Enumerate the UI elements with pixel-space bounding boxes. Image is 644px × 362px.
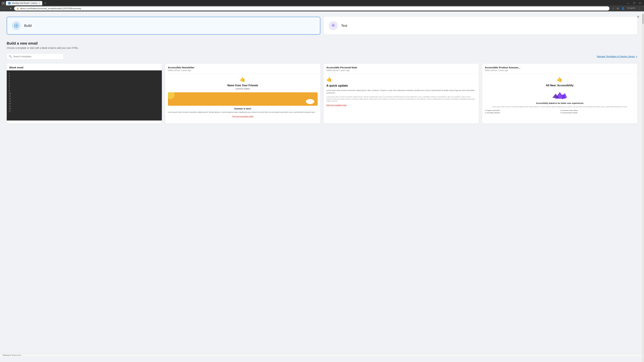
line-17: 17 (9, 110, 160, 112)
line-6: 6 (9, 85, 160, 87)
section-subtitle: Choose a template or start with a blank … (7, 46, 637, 49)
sun-shape (168, 92, 174, 99)
tab-switcher-button[interactable]: ▾ (1, 1, 5, 5)
right-scrollbar[interactable] (642, 13, 644, 362)
url-text: litmus.com/folders/unsorted_emails/email… (20, 7, 607, 10)
back-button[interactable]: ‹ (2, 6, 5, 10)
build-label: Build (24, 24, 32, 28)
bookmark-button[interactable]: ☆ (611, 6, 615, 10)
feature-4: ☑ Screensreader friendly! (560, 112, 635, 114)
test-label: Test (341, 24, 347, 28)
forward-button[interactable]: › (5, 6, 8, 10)
svg-point-8 (332, 24, 334, 25)
product-announce-preview-title: All New: Accessibility (485, 84, 634, 87)
personal-note-emoji: 🤙 (326, 77, 476, 82)
personal-note-link: Build more readable emails (326, 104, 476, 106)
line-9: 9 (9, 90, 160, 92)
scrollbar-thumb[interactable] (642, 14, 644, 24)
line-5: 5 (9, 82, 160, 85)
search-icon: 🔍 (9, 55, 12, 58)
product-announce-subtext: Accessibility baked-in for better user e… (485, 102, 634, 104)
section-title: Build a new email (7, 41, 637, 45)
features-list: ☑ Happier subscribers ☑ Semantic email m… (485, 110, 634, 114)
profile-button[interactable]: 👤 (620, 6, 626, 10)
modal-close-button[interactable]: × (637, 14, 639, 19)
template-card-blank[interactable]: Blank email 1 2 3 4 5 6 7 9 10 11 12 13 … (7, 64, 162, 123)
extensions-button[interactable]: ⊞ (616, 6, 620, 10)
incognito-label: Incognito (626, 6, 636, 10)
newsletter-preview-body: Lorem ipsum dolor sit amet consectetur a… (168, 111, 318, 113)
template-title-blank: Blank email (10, 66, 159, 69)
template-card-header-blank: Blank email (7, 64, 162, 70)
purple-shapes-svg (552, 89, 568, 100)
new-tab-button[interactable]: + (43, 1, 48, 5)
minimize-button[interactable]: — (626, 1, 631, 5)
search-input[interactable] (7, 53, 64, 60)
line-13: 13 (9, 100, 160, 102)
line-7: 7 (9, 87, 160, 90)
tab-close-icon[interactable]: × (38, 2, 40, 4)
product-announce-small: Lorem ipsum dolor sit amet consectetur a… (485, 106, 634, 108)
main-content: × Build (0, 11, 644, 353)
cloud-shape (306, 99, 314, 104)
template-card-product-announce[interactable]: Accessible Product Announ... Edited almo… (482, 64, 637, 123)
test-icon (331, 23, 336, 28)
newsletter-preview-subtitle: Summer Edition (168, 88, 318, 90)
build-card-icon (12, 21, 21, 30)
template-title-personal-note: Accessible Personal Note (326, 66, 476, 69)
personal-note-body: Lorem ipsum dolor sit amet consectetur a… (326, 89, 476, 94)
product-announce-emoji: 🤙 (485, 77, 634, 82)
line-12: 12 (9, 97, 160, 100)
template-subtitle-product-announce: Edited almost 2 years ago (485, 69, 634, 71)
line-3: 3 (9, 77, 160, 80)
personal-note-heading: A quick update (326, 84, 476, 87)
secure-icon: 🔒 (16, 7, 19, 9)
personal-note-body2: Lorem ipsum dolor sit amet consectetur a… (326, 96, 476, 102)
line-1: 1 (9, 72, 160, 75)
feature-2: ☑ Semantic email markup (560, 110, 635, 111)
manage-templates-link[interactable]: Manage Templates in Design Library ↗ (597, 55, 637, 58)
tab-favicon (8, 2, 10, 4)
maximize-button[interactable]: ❐ (632, 1, 637, 5)
newsletter-emoji: 🤙 (168, 77, 318, 82)
address-bar[interactable]: 🔒 litmus.com/folders/unsorted_emails/ema… (14, 6, 610, 10)
templates-grid: Blank email 1 2 3 4 5 6 7 9 10 11 12 13 … (7, 64, 637, 123)
external-link-icon: ↗ (636, 55, 637, 58)
template-card-header-personal-note: Accessible Personal Note Edited almost 2… (324, 64, 479, 73)
template-subtitle-personal-note: Edited almost 2 years ago (326, 69, 476, 71)
menu-button[interactable]: ⋮ (637, 6, 642, 10)
line-11: 11 (9, 95, 160, 97)
newsletter-more-link: Find more accessible emails (168, 115, 318, 117)
newsletter-preview: 🤙 News from Your Friends Summer Edition … (165, 73, 320, 123)
mode-cards: Build Test (7, 17, 637, 34)
line-10: 10 (9, 92, 160, 95)
reload-button[interactable]: ✕ (8, 6, 13, 10)
test-mode-card[interactable]: Test (324, 17, 637, 34)
newsletter-preview-title: News from Your Friends (168, 84, 318, 87)
line-14: 14 (9, 103, 160, 105)
test-card-icon (329, 21, 338, 30)
build-mode-card[interactable]: Build (7, 17, 320, 34)
status-bar: Waiting for litmus.com... (0, 353, 644, 357)
newsletter-image (168, 92, 318, 106)
line-16: 16 (9, 108, 160, 110)
line-4: 4 (9, 80, 160, 82)
tab-title: Moodjoy test Email > Litmus (12, 2, 37, 4)
newsletter-preview-heading: Summer is here! (168, 107, 318, 110)
search-wrap: 🔍 (7, 53, 64, 60)
template-card-header-newsletter: Accessible Newsletter Edited almost 2 ye… (165, 64, 320, 73)
blank-email-preview: 1 2 3 4 5 6 7 9 10 11 12 13 14 15 16 17 (7, 70, 162, 120)
template-card-newsletter[interactable]: Accessible Newsletter Edited almost 2 ye… (165, 64, 320, 123)
line-numbers: 1 2 3 4 5 6 7 9 10 11 12 13 14 15 16 17 (9, 72, 160, 112)
close-window-button[interactable]: ✕ (637, 1, 643, 5)
template-title-product-announce: Accessible Product Announ... (485, 66, 634, 69)
template-card-personal-note[interactable]: Accessible Personal Note Edited almost 2… (324, 64, 479, 123)
purple-shapes (485, 89, 634, 100)
template-card-header-product-announce: Accessible Product Announ... Edited almo… (482, 64, 637, 73)
feature-1: ☑ Happier subscribers (485, 110, 560, 111)
browser-tab-active[interactable]: Moodjoy test Email > Litmus × (6, 1, 42, 5)
template-title-newsletter: Accessible Newsletter (168, 66, 318, 69)
line-2: 2 (9, 75, 160, 77)
product-announce-preview: 🤙 All New: Accessibility Accessibility b… (482, 73, 637, 123)
manage-templates-text: Manage Templates in Design Library (597, 55, 635, 58)
